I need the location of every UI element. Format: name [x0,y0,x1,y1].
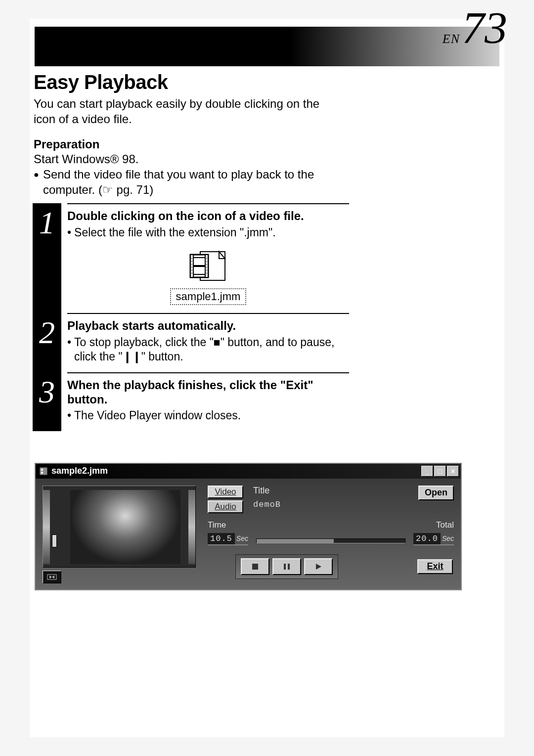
svg-rect-15 [252,564,258,570]
preparation-line: Start Windows® 98. [34,152,397,166]
window-titlebar[interactable]: sample2.jmm _ □ × [36,464,461,479]
preparation-bullet-text: Send the video file that you want to pla… [43,167,335,197]
title-value: demoB [253,500,281,509]
film-strip-left-icon [43,490,50,564]
preparation-heading: Preparation [34,137,397,151]
playback-controls [235,554,338,579]
steps-container: 1 Double clicking on the icon of a video… [33,203,349,431]
exit-button[interactable]: Exit [417,559,453,574]
bullet-dot-icon: • [67,225,71,240]
svg-rect-16 [284,564,286,570]
audio-tab[interactable]: Audio [208,500,243,513]
svg-rect-9 [40,467,47,475]
total-unit: Sec [442,534,454,542]
file-icon-illustration: sample1.jmm [67,249,349,305]
maximize-button[interactable]: □ [434,466,446,477]
file-icon-label: sample1.jmm [170,288,247,305]
lang-label: EN [443,32,460,46]
step-2: 2 Playback starts automatically. • To st… [33,313,349,372]
app-icon [39,467,48,476]
progress-fill [257,539,334,543]
total-label: Total [436,520,454,530]
video-player-window: sample2.jmm _ □ × [35,463,462,590]
step-bullet-text: The Video Player window closes. [74,408,241,423]
step-number: 3 [33,372,61,407]
page-number: EN 73 [443,5,507,50]
pause-button[interactable] [272,558,301,575]
step-number: 2 [33,313,61,348]
play-button[interactable] [304,558,333,575]
player-body: Video Audio Title demoB Open Time [36,479,461,589]
step-heading: Double clicking on the icon of a video f… [67,209,349,223]
stop-button[interactable] [241,558,269,575]
svg-rect-11 [41,472,43,474]
bullet-dot-icon: • [67,335,71,364]
video-file-icon [186,249,230,283]
video-scrub-handle[interactable] [52,534,57,547]
time-value: 10.5 [208,533,235,544]
svg-marker-18 [316,564,321,570]
video-frame-image [70,490,180,564]
page-number-value: 73 [462,2,507,53]
step-1: 1 Double clicking on the icon of a video… [33,203,349,313]
video-tab[interactable]: Video [208,486,243,498]
close-button[interactable]: × [447,466,459,477]
film-strip-right-icon [188,490,195,564]
svg-rect-17 [288,564,290,570]
section-title: Easy Playback [34,71,397,93]
svg-marker-13 [49,576,52,578]
step-bullet-text: To stop playback, click the "■" button, … [74,335,349,364]
bullet-dot-icon: • [67,408,71,423]
window-title: sample2.jmm [51,466,108,476]
open-button[interactable]: Open [418,486,454,500]
svg-marker-14 [52,576,54,578]
svg-rect-10 [41,469,43,471]
step-heading: When the playback finishes, click the "E… [67,378,349,407]
header-gradient-bar [35,27,499,66]
total-value: 20.0 [413,533,441,544]
time-label: Time [208,520,248,530]
time-unit: Sec [236,534,248,542]
step-bullet-text: Select the file with the extension ".jmm… [74,225,276,240]
preparation-bullet: ● Send the video file that you want to p… [34,167,335,197]
intro-text: You can start playback easily by double … [34,96,330,127]
manual-page: EN 73 Easy Playback You can start playba… [30,19,504,737]
video-preview [43,486,196,568]
step-number: 1 [33,203,61,238]
bullet-dot-icon: ● [34,167,39,197]
step-3: 3 When the playback finishes, click the … [33,372,349,431]
title-label: Title [253,486,281,496]
progress-bar[interactable] [256,538,405,543]
minimize-button[interactable]: _ [421,466,433,477]
mini-player-button[interactable] [43,571,61,583]
step-heading: Playback starts automatically. [67,319,349,333]
